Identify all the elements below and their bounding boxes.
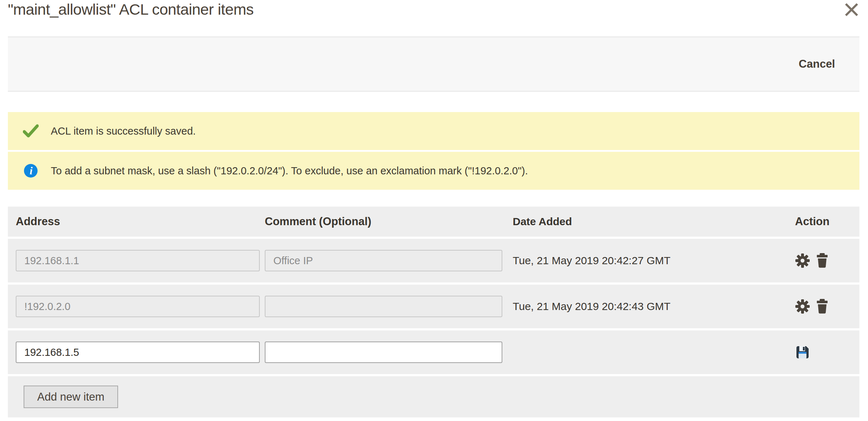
trash-icon — [815, 310, 829, 315]
acl-items-table: Address Comment (Optional) Date Added Ac… — [8, 207, 859, 417]
delete-item-button[interactable] — [815, 299, 829, 314]
edit-item-button[interactable] — [795, 299, 810, 314]
date-added-value: Tue, 21 May 2019 20:42:27 GMT — [513, 255, 795, 267]
save-item-button[interactable] — [795, 345, 810, 360]
table-footer-row: Add new item — [8, 376, 859, 417]
table-header-row: Address Comment (Optional) Date Added Ac… — [8, 207, 859, 237]
address-input[interactable] — [16, 342, 260, 363]
header-action: Action — [795, 215, 859, 228]
info-message: i To add a subnet mask, use a slash ("19… — [8, 152, 859, 190]
address-input — [16, 296, 260, 317]
settings-icon — [795, 310, 810, 315]
acl-items-dialog: "maint_allowlist" ACL container items Ca… — [0, 0, 868, 421]
info-message-text: To add a subnet mask, use a slash ("192.… — [51, 165, 528, 177]
dialog-toolbar: Cancel — [8, 37, 859, 92]
success-message: ACL item is successfully saved. — [8, 112, 859, 150]
table-row: Tue, 21 May 2019 20:42:27 GMT — [8, 239, 859, 282]
table-row: Tue, 21 May 2019 20:42:43 GMT — [8, 285, 859, 328]
cancel-button[interactable]: Cancel — [799, 58, 835, 71]
header-date-added: Date Added — [513, 216, 795, 228]
close-icon — [843, 1, 860, 19]
page-title: "maint_allowlist" ACL container items — [8, 1, 254, 18]
header-comment: Comment (Optional) — [265, 215, 513, 228]
success-message-text: ACL item is successfully saved. — [51, 125, 196, 137]
table-row-editing — [8, 330, 859, 374]
add-new-item-button[interactable]: Add new item — [24, 386, 118, 408]
save-icon — [795, 355, 810, 361]
check-icon — [23, 124, 39, 138]
address-input — [16, 250, 260, 271]
header-address: Address — [16, 215, 265, 228]
close-button[interactable] — [842, 1, 861, 19]
svg-text:i: i — [30, 165, 33, 176]
settings-icon — [795, 264, 810, 269]
edit-item-button[interactable] — [795, 253, 810, 268]
date-added-value: Tue, 21 May 2019 20:42:43 GMT — [513, 300, 795, 313]
delete-item-button[interactable] — [815, 253, 829, 268]
info-icon: i — [23, 164, 39, 178]
comment-input — [265, 250, 502, 271]
trash-icon — [815, 264, 829, 270]
comment-input — [265, 296, 502, 317]
comment-input[interactable] — [265, 342, 502, 363]
